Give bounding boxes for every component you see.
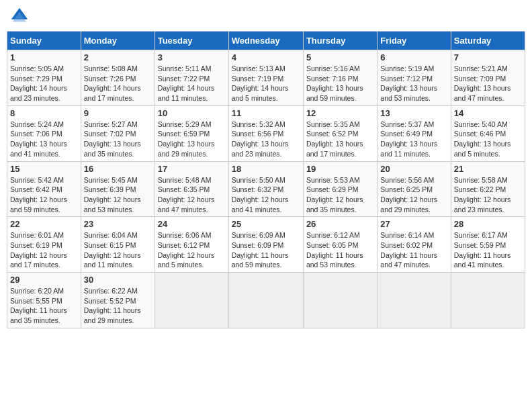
day-info: Sunrise: 6:20 AM Sunset: 5:55 PM Dayligh… [10, 286, 78, 326]
day-number: 10 [158, 108, 226, 118]
calendar-cell [451, 273, 525, 328]
day-info: Sunrise: 5:32 AM Sunset: 6:56 PM Dayligh… [232, 120, 300, 159]
calendar-cell: 23Sunrise: 6:04 AM Sunset: 6:15 PM Dayli… [81, 217, 154, 273]
calendar-cell: 24Sunrise: 6:06 AM Sunset: 6:12 PM Dayli… [154, 217, 228, 273]
day-info: Sunrise: 6:22 AM Sunset: 5:52 PM Dayligh… [84, 286, 152, 326]
day-number: 25 [232, 219, 300, 229]
day-info: Sunrise: 5:53 AM Sunset: 6:29 PM Dayligh… [306, 175, 374, 215]
dow-header: Friday [378, 32, 451, 50]
day-number: 7 [454, 52, 522, 62]
day-number: 23 [84, 219, 152, 229]
calendar-body: 1Sunrise: 5:05 AM Sunset: 7:29 PM Daylig… [7, 50, 525, 328]
day-number: 30 [84, 275, 152, 285]
day-info: Sunrise: 5:42 AM Sunset: 6:42 PM Dayligh… [10, 175, 78, 215]
day-info: Sunrise: 6:04 AM Sunset: 6:15 PM Dayligh… [84, 230, 152, 270]
day-number: 6 [380, 52, 447, 62]
calendar-cell: 10Sunrise: 5:29 AM Sunset: 6:59 PM Dayli… [154, 105, 228, 161]
day-number: 9 [84, 108, 152, 118]
calendar-cell: 12Sunrise: 5:35 AM Sunset: 6:52 PM Dayli… [303, 105, 377, 161]
dow-header: Tuesday [154, 32, 228, 50]
calendar-cell: 15Sunrise: 5:42 AM Sunset: 6:42 PM Dayli… [7, 161, 81, 217]
calendar-cell: 16Sunrise: 5:45 AM Sunset: 6:39 PM Dayli… [81, 161, 154, 217]
day-info: Sunrise: 5:45 AM Sunset: 6:39 PM Dayligh… [84, 175, 152, 215]
day-number: 18 [232, 164, 300, 174]
day-info: Sunrise: 5:40 AM Sunset: 6:46 PM Dayligh… [454, 120, 522, 159]
day-number: 15 [10, 164, 78, 174]
day-info: Sunrise: 5:08 AM Sunset: 7:26 PM Dayligh… [84, 64, 152, 103]
day-number: 1 [10, 52, 78, 62]
day-info: Sunrise: 6:17 AM Sunset: 5:59 PM Dayligh… [454, 230, 522, 270]
calendar-cell [228, 273, 303, 328]
calendar-cell [378, 273, 451, 328]
day-info: Sunrise: 5:24 AM Sunset: 7:06 PM Dayligh… [10, 120, 78, 159]
calendar-cell: 18Sunrise: 5:50 AM Sunset: 6:32 PM Dayli… [228, 161, 303, 217]
calendar-cell: 3Sunrise: 5:11 AM Sunset: 7:22 PM Daylig… [154, 50, 228, 106]
dow-header: Monday [81, 32, 154, 50]
day-number: 11 [232, 108, 300, 118]
day-number: 19 [306, 164, 374, 174]
day-number: 29 [10, 275, 78, 285]
day-number: 5 [306, 52, 374, 62]
day-info: Sunrise: 5:13 AM Sunset: 7:19 PM Dayligh… [232, 64, 300, 103]
calendar-cell: 9Sunrise: 5:27 AM Sunset: 7:02 PM Daylig… [81, 105, 154, 161]
page-header [7, 7, 525, 26]
day-number: 2 [84, 52, 152, 62]
calendar-cell: 14Sunrise: 5:40 AM Sunset: 6:46 PM Dayli… [451, 105, 525, 161]
calendar-row: 15Sunrise: 5:42 AM Sunset: 6:42 PM Dayli… [7, 161, 525, 217]
day-info: Sunrise: 5:05 AM Sunset: 7:29 PM Dayligh… [10, 64, 78, 103]
day-info: Sunrise: 5:29 AM Sunset: 6:59 PM Dayligh… [158, 120, 226, 159]
day-number: 24 [158, 219, 226, 229]
calendar-cell [303, 273, 377, 328]
calendar-row: 8Sunrise: 5:24 AM Sunset: 7:06 PM Daylig… [7, 105, 525, 161]
calendar-table: SundayMondayTuesdayWednesdayThursdayFrid… [7, 31, 525, 328]
day-number: 17 [158, 164, 226, 174]
day-number: 20 [380, 164, 447, 174]
day-number: 28 [454, 219, 522, 229]
calendar-cell: 22Sunrise: 6:01 AM Sunset: 6:19 PM Dayli… [7, 217, 81, 273]
day-number: 14 [454, 108, 522, 118]
day-number: 12 [306, 108, 374, 118]
calendar-cell: 29Sunrise: 6:20 AM Sunset: 5:55 PM Dayli… [7, 273, 81, 328]
day-info: Sunrise: 6:14 AM Sunset: 6:02 PM Dayligh… [380, 230, 447, 270]
day-info: Sunrise: 5:58 AM Sunset: 6:22 PM Dayligh… [454, 175, 522, 215]
calendar-cell: 6Sunrise: 5:19 AM Sunset: 7:12 PM Daylig… [378, 50, 451, 106]
calendar-row: 29Sunrise: 6:20 AM Sunset: 5:55 PM Dayli… [7, 273, 525, 328]
calendar-cell: 21Sunrise: 5:58 AM Sunset: 6:22 PM Dayli… [451, 161, 525, 217]
calendar-row: 22Sunrise: 6:01 AM Sunset: 6:19 PM Dayli… [7, 217, 525, 273]
dow-header: Sunday [7, 32, 81, 50]
day-number: 4 [232, 52, 300, 62]
day-info: Sunrise: 5:19 AM Sunset: 7:12 PM Dayligh… [380, 64, 447, 103]
day-info: Sunrise: 5:27 AM Sunset: 7:02 PM Dayligh… [84, 120, 152, 159]
calendar-cell: 26Sunrise: 6:12 AM Sunset: 6:05 PM Dayli… [303, 217, 377, 273]
calendar-cell: 25Sunrise: 6:09 AM Sunset: 6:09 PM Dayli… [228, 217, 303, 273]
day-info: Sunrise: 6:06 AM Sunset: 6:12 PM Dayligh… [158, 230, 226, 270]
calendar-cell: 17Sunrise: 5:48 AM Sunset: 6:35 PM Dayli… [154, 161, 228, 217]
day-number: 8 [10, 108, 78, 118]
calendar-cell: 5Sunrise: 5:16 AM Sunset: 7:16 PM Daylig… [303, 50, 377, 106]
calendar-cell: 28Sunrise: 6:17 AM Sunset: 5:59 PM Dayli… [451, 217, 525, 273]
calendar-row: 1Sunrise: 5:05 AM Sunset: 7:29 PM Daylig… [7, 50, 525, 106]
day-info: Sunrise: 5:11 AM Sunset: 7:22 PM Dayligh… [158, 64, 226, 103]
day-number: 22 [10, 219, 78, 229]
days-of-week-row: SundayMondayTuesdayWednesdayThursdayFrid… [7, 32, 525, 50]
day-info: Sunrise: 5:37 AM Sunset: 6:49 PM Dayligh… [380, 120, 447, 159]
day-number: 16 [84, 164, 152, 174]
calendar-cell: 19Sunrise: 5:53 AM Sunset: 6:29 PM Dayli… [303, 161, 377, 217]
calendar-cell [154, 273, 228, 328]
day-number: 3 [158, 52, 226, 62]
dow-header: Saturday [451, 32, 525, 50]
logo [10, 7, 32, 26]
day-info: Sunrise: 6:12 AM Sunset: 6:05 PM Dayligh… [306, 230, 374, 270]
day-info: Sunrise: 6:01 AM Sunset: 6:19 PM Dayligh… [10, 230, 78, 270]
day-info: Sunrise: 5:35 AM Sunset: 6:52 PM Dayligh… [306, 120, 374, 159]
day-number: 21 [454, 164, 522, 174]
day-number: 13 [380, 108, 447, 118]
logo-icon [10, 7, 29, 26]
dow-header: Wednesday [228, 32, 303, 50]
day-number: 27 [380, 219, 447, 229]
calendar-cell: 30Sunrise: 6:22 AM Sunset: 5:52 PM Dayli… [81, 273, 154, 328]
day-number: 26 [306, 219, 374, 229]
calendar-cell: 8Sunrise: 5:24 AM Sunset: 7:06 PM Daylig… [7, 105, 81, 161]
day-info: Sunrise: 6:09 AM Sunset: 6:09 PM Dayligh… [232, 230, 300, 270]
calendar-cell: 27Sunrise: 6:14 AM Sunset: 6:02 PM Dayli… [378, 217, 451, 273]
